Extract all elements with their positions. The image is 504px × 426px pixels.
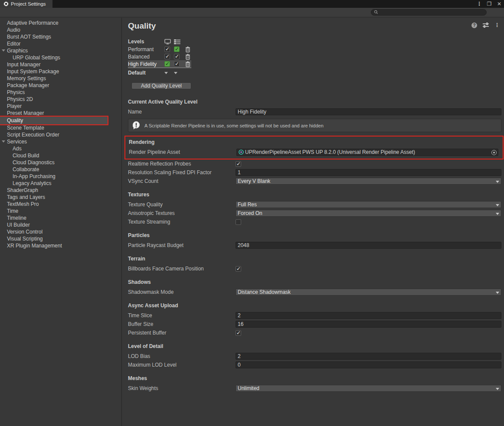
dropdown-value: Every V Blank <box>238 178 270 184</box>
rendering-header: Rendering <box>129 139 501 146</box>
sidebar-item-legacy-analytics[interactable]: Legacy Analytics <box>0 180 121 187</box>
sidebar-item-ads[interactable]: Ads <box>0 145 121 152</box>
quality-levels-matrix: Levels Performant Balanc <box>128 38 193 77</box>
sidebar-item-audio[interactable]: Audio <box>0 26 121 33</box>
shadowmask-mode-dropdown[interactable]: Distance Shadowmask <box>236 289 501 296</box>
pipeline-asset-icon <box>239 150 244 155</box>
current-active-quality-header: Current Active Quality Level <box>128 99 504 106</box>
sidebar-item-services[interactable]: Services <box>0 138 121 145</box>
render-pipeline-asset-field[interactable]: UPRenderPipelineAsset PWS UP 8.2.0 (Univ… <box>236 149 498 156</box>
default-dropdown-levels[interactable] <box>174 72 183 74</box>
default-dropdown-desktop[interactable] <box>164 72 174 74</box>
sidebar-item-cloud-diagnostics[interactable]: Cloud Diagnostics <box>0 159 121 166</box>
meshes-header: Meshes <box>128 375 504 382</box>
sidebar-item-memory-settings[interactable]: Memory Settings <box>0 75 121 82</box>
levels-label: Levels <box>128 39 164 45</box>
name-row: Name <box>127 107 504 116</box>
chevron-down-icon <box>496 181 499 183</box>
rendering-highlight-box: Rendering Render Pipeline Asset UPRender… <box>124 136 504 159</box>
default-level-checkbox[interactable] <box>174 54 180 59</box>
sidebar-item-textmesh-pro[interactable]: TextMesh Pro <box>0 201 121 208</box>
trash-icon[interactable] <box>185 54 191 60</box>
sidebar-item-input-system-package[interactable]: Input System Package <box>0 68 121 75</box>
default-level-checkbox[interactable] <box>174 61 180 67</box>
sidebar-item-timeline[interactable]: Timeline <box>0 215 121 221</box>
close-icon[interactable]: ✕ <box>496 1 502 7</box>
help-icon[interactable]: ? <box>471 23 477 28</box>
search-box[interactable] <box>371 9 487 16</box>
anisotropic-textures-dropdown[interactable]: Forced On <box>236 210 501 217</box>
expander-down-icon[interactable] <box>2 140 5 143</box>
setting-label: Shadowmask Mode <box>127 289 236 295</box>
sidebar-item-adaptive-performance[interactable]: Adaptive Performance <box>0 20 121 26</box>
expander-down-icon[interactable] <box>2 49 5 52</box>
setting-label: Resolution Scaling Fixed DPI Factor <box>127 169 236 176</box>
quality-level-row-performant[interactable]: Performant <box>128 46 191 53</box>
setting-label: Realtime Reflection Probes <box>127 161 236 167</box>
trash-icon[interactable] <box>185 61 191 67</box>
chevron-down-icon <box>496 292 499 294</box>
project-settings-tab[interactable]: Project Settings <box>0 0 52 8</box>
persistent-buffer-checkbox[interactable] <box>236 330 241 336</box>
quality-level-row-balanced[interactable]: Balanced <box>128 53 191 60</box>
sidebar-item-in-app-purchasing[interactable]: In-App Purchasing <box>0 173 121 180</box>
maximize-icon[interactable]: ❐ <box>486 1 492 7</box>
particle-raycast-budget-field[interactable] <box>236 242 501 249</box>
sidebar-item-cloud-build[interactable]: Cloud Build <box>0 152 121 159</box>
chevron-down-icon <box>496 213 499 215</box>
platform-checkbox[interactable] <box>164 46 170 52</box>
sidebar-item-physics-2d[interactable]: Physics 2D <box>0 96 121 103</box>
level-name: High Fidelity <box>128 61 164 67</box>
maximum-lod-level-row: Maximum LOD Level <box>127 361 504 369</box>
resolution-scaling-field[interactable] <box>236 169 501 176</box>
sidebar-item-shadergraph[interactable]: ShaderGraph <box>0 187 121 194</box>
sidebar-item-tags-and-layers[interactable]: Tags and Layers <box>0 194 121 201</box>
trash-icon[interactable] <box>185 46 191 52</box>
add-quality-level-button[interactable]: Add Quality Level <box>131 82 191 89</box>
maximum-lod-level-field[interactable] <box>236 361 501 368</box>
object-picker-icon[interactable] <box>491 150 497 155</box>
sidebar-item-version-control[interactable]: Version Control <box>0 228 121 235</box>
sidebar-item-package-manager[interactable]: Package Manager <box>0 82 121 89</box>
sidebar-item-script-execution-order[interactable]: Script Execution Order <box>0 131 121 138</box>
time-slice-field[interactable] <box>236 312 501 319</box>
quality-levels-icon <box>174 39 183 45</box>
level-name: Performant <box>128 46 164 52</box>
texture-quality-dropdown[interactable]: Full Res <box>236 201 501 208</box>
skin-weights-dropdown[interactable]: Unlimited <box>236 385 501 392</box>
sidebar-item-time[interactable]: Time <box>0 208 121 215</box>
presets-icon[interactable] <box>483 23 489 28</box>
chevron-down-icon <box>164 72 168 74</box>
sidebar-item-collaborate[interactable]: Collaborate <box>0 166 121 173</box>
realtime-reflection-probes-checkbox[interactable] <box>236 161 241 167</box>
chevron-down-icon <box>496 204 499 206</box>
page-title: Quality <box>128 21 504 31</box>
panel-menu-icon[interactable]: ⋮ <box>494 22 500 28</box>
quality-level-row-high-fidelity[interactable]: High Fidelity <box>128 60 191 68</box>
vsync-count-dropdown[interactable]: Every V Blank <box>236 178 501 185</box>
platform-checkbox[interactable] <box>164 61 170 67</box>
search-input[interactable] <box>380 10 484 15</box>
info-bubble-icon <box>132 121 141 130</box>
sidebar-item-burst-aot-settings[interactable]: Burst AOT Settings <box>0 33 121 40</box>
texture-streaming-checkbox[interactable] <box>236 219 241 225</box>
billboards-face-camera-checkbox[interactable] <box>236 266 241 272</box>
window-menu-icon[interactable]: ⋮ <box>476 1 482 7</box>
sidebar-item-input-manager[interactable]: Input Manager <box>0 61 121 68</box>
sidebar-item-ui-builder[interactable]: UI Builder <box>0 221 121 228</box>
sidebar-item-scene-template[interactable]: Scene Template <box>0 124 121 131</box>
sidebar-item-physics[interactable]: Physics <box>0 89 121 96</box>
default-level-checkbox[interactable] <box>174 46 180 52</box>
sidebar-item-preset-manager[interactable]: Preset Manager <box>0 110 121 117</box>
lod-bias-field[interactable] <box>236 353 501 360</box>
buffer-size-field[interactable] <box>236 321 501 328</box>
platform-checkbox[interactable] <box>164 54 170 59</box>
sidebar-item-urp-global-settings[interactable]: URP Global Settings <box>0 54 121 61</box>
sidebar-item-quality[interactable]: Quality <box>0 117 108 124</box>
name-field[interactable] <box>236 108 501 115</box>
sidebar-item-visual-scripting[interactable]: Visual Scripting <box>0 235 121 242</box>
sidebar-item-editor[interactable]: Editor <box>0 40 121 47</box>
sidebar-item-player[interactable]: Player <box>0 103 121 110</box>
sidebar-item-graphics[interactable]: Graphics <box>0 47 121 54</box>
sidebar-item-xr-plugin-management[interactable]: XR Plugin Management <box>0 242 121 249</box>
